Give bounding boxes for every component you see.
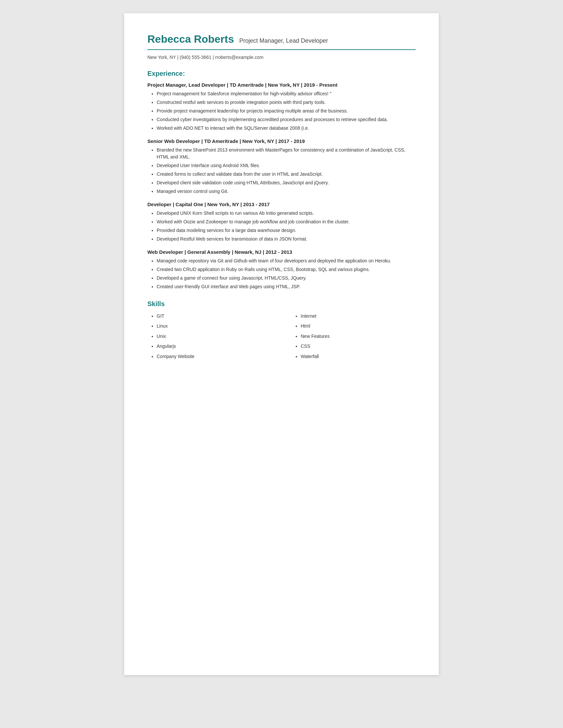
skills-column-right: Internet Html New Features CSS Waterfall <box>292 312 416 363</box>
skill-item: Unix <box>157 333 271 340</box>
bullet-item: Provided data modeling services for a la… <box>157 227 416 234</box>
bullet-item: Worked with Oozie and Zookeeper to manag… <box>157 218 416 225</box>
bullet-item: Provide project management leadership fo… <box>157 108 416 114</box>
job-bullets-1: Project management for Salesforce implem… <box>147 90 416 132</box>
skills-list-left: GIT Linux Unix Angularjs Company Website <box>147 312 271 360</box>
skills-columns: GIT Linux Unix Angularjs Company Website… <box>147 312 416 363</box>
bullet-item: Branded the new SharePoint 2013 environm… <box>157 147 416 160</box>
bullet-item: Conducted cyber investigations by implem… <box>157 116 416 123</box>
bullet-item: Developed client side validation code us… <box>157 179 416 186</box>
skills-title: Skills <box>147 300 416 308</box>
job-header-1: Project Manager, Lead Developer | TD Ame… <box>147 82 416 88</box>
bullet-item: Developed a game of connect four using J… <box>157 275 416 282</box>
experience-title: Experience: <box>147 70 416 77</box>
job-header-3: Developer | Capital One | New York, NY |… <box>147 202 416 207</box>
bullet-item: Developed UNIX Korn Shell scripts to run… <box>157 210 416 217</box>
bullet-item: Managed version control using Git. <box>157 188 416 195</box>
bullet-item: Created two CRUD application in Ruby on … <box>157 266 416 273</box>
bullet-item: Managed code repository via Git and Gith… <box>157 257 416 264</box>
job-bullets-3: Developed UNIX Korn Shell scripts to run… <box>147 210 416 243</box>
skill-item: Company Website <box>157 353 271 360</box>
skills-column-left: GIT Linux Unix Angularjs Company Website <box>147 312 271 363</box>
skill-item: Linux <box>157 322 271 330</box>
job-entry-4: Web Developer | General Assembly | Newar… <box>147 249 416 290</box>
skill-item: CSS <box>301 342 416 350</box>
skill-item: New Features <box>301 333 416 340</box>
experience-section: Experience: Project Manager, Lead Develo… <box>147 70 416 290</box>
header-section: Rebecca Roberts Project Manager, Lead De… <box>147 33 416 60</box>
skills-list-right: Internet Html New Features CSS Waterfall <box>292 312 416 360</box>
bullet-item: Project management for Salesforce implem… <box>157 90 416 97</box>
skill-item: GIT <box>157 312 271 320</box>
job-header-2: Senior Web Developer | TD Ameritrade | N… <box>147 138 416 144</box>
header-divider <box>147 49 416 50</box>
skill-item: Html <box>301 322 416 330</box>
job-entry-1: Project Manager, Lead Developer | TD Ame… <box>147 82 416 132</box>
bullet-item: Created forms to collect and validate da… <box>157 171 416 178</box>
name-title-row: Rebecca Roberts Project Manager, Lead De… <box>147 33 416 45</box>
skill-item: Angularjs <box>157 342 271 350</box>
job-entry-2: Senior Web Developer | TD Ameritrade | N… <box>147 138 416 195</box>
header-job-title: Project Manager, Lead Developer <box>239 37 328 44</box>
full-name: Rebecca Roberts <box>147 33 234 45</box>
job-entry-3: Developer | Capital One | New York, NY |… <box>147 202 416 243</box>
bullet-item: Worked with ADO.NET to interact with the… <box>157 125 416 132</box>
contact-info: New York, NY | (940) 555-3661 | rroberts… <box>147 55 416 60</box>
skill-item: Waterfall <box>301 353 416 360</box>
job-header-4: Web Developer | General Assembly | Newar… <box>147 249 416 255</box>
bullet-item: Constructed restful web services to prov… <box>157 99 416 106</box>
bullet-item: Developed Restful Web services for trans… <box>157 236 416 243</box>
skills-section: Skills GIT Linux Unix Angularjs Company … <box>147 300 416 363</box>
job-bullets-4: Managed code repository via Git and Gith… <box>147 257 416 290</box>
bullet-item: Developed User Interface using Android X… <box>157 162 416 169</box>
job-bullets-2: Branded the new SharePoint 2013 environm… <box>147 147 416 195</box>
skill-item: Internet <box>301 312 416 320</box>
bullet-item: Created user-friendly GUI interface and … <box>157 283 416 290</box>
resume-document: Rebecca Roberts Project Manager, Lead De… <box>124 13 439 675</box>
